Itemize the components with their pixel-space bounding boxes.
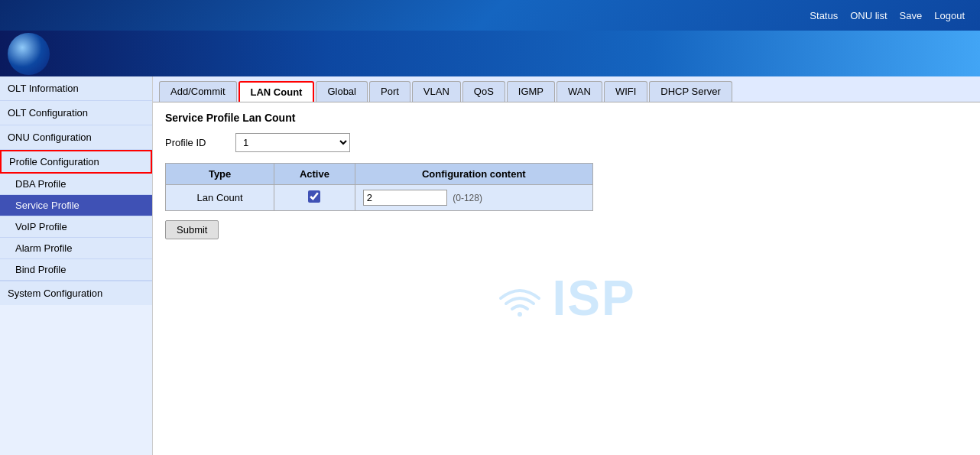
watermark: ISP <box>165 270 968 327</box>
profile-id-label: Profile ID <box>165 137 226 148</box>
tab-port[interactable]: Port <box>369 81 410 102</box>
onu-list-link[interactable]: ONU list <box>850 10 887 21</box>
tab-wan[interactable]: WAN <box>557 81 602 102</box>
row-config-cell: (0-128) <box>355 185 592 211</box>
lan-count-input[interactable] <box>363 190 447 206</box>
save-link[interactable]: Save <box>900 10 923 21</box>
sidebar-item-bind-profile[interactable]: Bind Profile <box>0 259 152 281</box>
tab-lan-count[interactable]: LAN Count <box>239 81 315 102</box>
row-type: Lan Count <box>166 185 274 211</box>
sidebar-item-dba-profile[interactable]: DBA Profile <box>0 174 152 195</box>
tab-igmp[interactable]: IGMP <box>507 81 555 102</box>
tab-global[interactable]: Global <box>316 81 368 102</box>
config-table: Type Active Configuration content Lan Co… <box>165 163 593 211</box>
sidebar-item-olt-configuration[interactable]: OLT Configuration <box>0 101 152 125</box>
sidebar-item-onu-configuration[interactable]: ONU Configuration <box>0 125 152 150</box>
active-checkbox[interactable] <box>308 190 320 203</box>
main-content: Add/Commit LAN Count Global Port VLAN Qo… <box>153 76 980 455</box>
svg-point-0 <box>518 312 522 317</box>
sidebar-item-service-profile[interactable]: Service Profile <box>0 195 152 216</box>
sidebar-item-system-configuration[interactable]: System Configuration <box>0 281 152 305</box>
sidebar-item-profile-configuration[interactable]: Profile Configuration <box>0 150 152 174</box>
col-header-active: Active <box>274 164 355 185</box>
row-active-cell <box>274 185 355 211</box>
table-row: Lan Count (0-128) <box>166 185 593 211</box>
banner <box>0 31 980 76</box>
page-title: Service Profile Lan Count <box>165 112 968 124</box>
tab-add-commit[interactable]: Add/Commit <box>159 81 237 102</box>
tab-qos[interactable]: QoS <box>462 81 505 102</box>
status-link[interactable]: Status <box>810 10 838 21</box>
tab-vlan[interactable]: VLAN <box>412 81 461 102</box>
isp-text: ISP <box>552 270 635 327</box>
sidebar: OLT Information OLT Configuration ONU Co… <box>0 76 153 455</box>
profile-id-select[interactable]: 1 2 3 <box>235 133 350 152</box>
tab-wifi[interactable]: WIFI <box>604 81 647 102</box>
sidebar-item-alarm-profile[interactable]: Alarm Profile <box>0 238 152 259</box>
tab-dhcp-server[interactable]: DHCP Server <box>649 81 732 102</box>
wifi-signal-icon <box>497 279 543 317</box>
layout: OLT Information OLT Configuration ONU Co… <box>0 76 980 455</box>
col-header-type: Type <box>166 164 274 185</box>
isp-logo: ISP <box>497 270 635 327</box>
logout-link[interactable]: Logout <box>934 10 965 21</box>
profile-id-row: Profile ID 1 2 3 <box>165 133 968 152</box>
header: Status ONU list Save Logout <box>0 0 980 31</box>
col-header-config: Configuration content <box>355 164 592 185</box>
banner-globe <box>8 33 50 75</box>
content-area: Service Profile Lan Count Profile ID 1 2… <box>153 102 980 336</box>
sidebar-item-voip-profile[interactable]: VoIP Profile <box>0 216 152 238</box>
tab-bar: Add/Commit LAN Count Global Port VLAN Qo… <box>153 76 980 102</box>
range-hint: (0-128) <box>453 193 482 203</box>
submit-button[interactable]: Submit <box>165 220 219 239</box>
sidebar-item-olt-information[interactable]: OLT Information <box>0 76 152 101</box>
